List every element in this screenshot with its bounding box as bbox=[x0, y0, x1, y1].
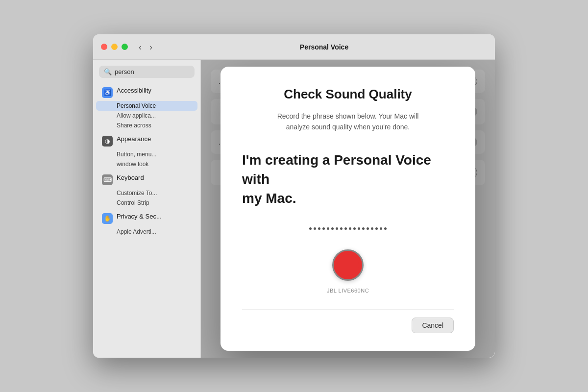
sidebar-sub-item-allow-apps[interactable]: Allow applica... bbox=[96, 111, 197, 121]
sidebar-sub-item-button-menu[interactable]: Button, menu... bbox=[96, 149, 197, 159]
forward-button[interactable]: › bbox=[147, 42, 155, 52]
audio-dot bbox=[344, 227, 347, 230]
audio-dot bbox=[375, 227, 378, 230]
cancel-button[interactable]: Cancel bbox=[412, 318, 454, 333]
appearance-icon: ◑ bbox=[102, 136, 113, 147]
sidebar-item-accessibility[interactable]: ♿ Accessibility bbox=[96, 84, 197, 101]
modal-overlay: Check Sound Quality Record the phrase sh… bbox=[201, 60, 495, 358]
audio-dot bbox=[309, 227, 312, 230]
audio-dot bbox=[331, 227, 334, 230]
audio-dots bbox=[242, 227, 454, 230]
keyboard-label: Keyboard bbox=[117, 174, 144, 181]
appearance-label: Appearance bbox=[117, 135, 151, 143]
appearance-sub-items: Button, menu... window look bbox=[93, 149, 200, 169]
sidebar-sub-item-customize[interactable]: Customize To... bbox=[96, 188, 197, 198]
record-button-inner bbox=[337, 254, 359, 276]
minimize-button[interactable] bbox=[111, 44, 118, 50]
keyboard-sub-items: Customize To... Control Strip bbox=[93, 188, 200, 208]
sidebar: 🔍 ♿ Accessibility Personal Voice Allow a… bbox=[93, 60, 201, 358]
dialog-title: Check Sound Quality bbox=[242, 86, 454, 103]
sidebar-section-privacy: ✋ Privacy & Sec... Apple Adverti... bbox=[93, 210, 200, 237]
audio-dot bbox=[362, 227, 365, 230]
dialog-phrase: I'm creating a Personal Voice withmy Mac… bbox=[242, 150, 454, 208]
keyboard-icon: ⌨ bbox=[102, 174, 113, 185]
sidebar-section-keyboard: ⌨ Keyboard Customize To... Control Strip bbox=[93, 171, 200, 208]
back-button[interactable]: ‹ bbox=[136, 42, 145, 52]
privacy-icon: ✋ bbox=[102, 213, 113, 224]
sidebar-section-accessibility: ♿ Accessibility Personal Voice Allow app… bbox=[93, 84, 200, 130]
audio-dot bbox=[367, 227, 369, 230]
accessibility-label: Accessibility bbox=[117, 87, 151, 94]
sidebar-sub-item-share[interactable]: Share across bbox=[96, 121, 197, 130]
privacy-label: Privacy & Sec... bbox=[117, 213, 162, 220]
audio-dot bbox=[371, 227, 373, 230]
sidebar-section-appearance: ◑ Appearance Button, menu... window look bbox=[93, 132, 200, 169]
sidebar-sub-item-control-strip[interactable]: Control Strip bbox=[96, 198, 197, 208]
accessibility-icon: ♿ bbox=[102, 87, 113, 98]
macos-window: ‹ › Personal Voice 🔍 ♿ Accessibility bbox=[93, 34, 495, 358]
audio-dot bbox=[349, 227, 351, 230]
sidebar-item-privacy[interactable]: ✋ Privacy & Sec... bbox=[96, 210, 197, 227]
title-bar: ‹ › Personal Voice bbox=[93, 34, 495, 60]
sidebar-sub-item-personal-voice[interactable]: Personal Voice bbox=[96, 101, 197, 111]
sidebar-sub-item-apple-advert[interactable]: Apple Adverti... bbox=[96, 227, 197, 237]
dialog-footer: Cancel bbox=[242, 309, 454, 333]
audio-dot bbox=[358, 227, 360, 230]
search-input[interactable] bbox=[115, 68, 190, 75]
nav-buttons: ‹ › bbox=[136, 42, 155, 52]
audio-dot bbox=[336, 227, 338, 230]
accessibility-sub-items: Personal Voice Allow applica... Share ac… bbox=[93, 101, 200, 130]
window-title: Personal Voice bbox=[161, 43, 487, 51]
traffic-lights bbox=[101, 44, 128, 50]
maximize-button[interactable] bbox=[122, 44, 128, 50]
audio-dot bbox=[384, 227, 387, 230]
privacy-sub-items: Apple Adverti... bbox=[93, 227, 200, 237]
sidebar-sub-item-window-look[interactable]: window look bbox=[96, 159, 197, 169]
device-label: JBL LIVE660NC bbox=[327, 288, 369, 294]
main-content: ...nd make a i Personal Voice ...through… bbox=[201, 60, 495, 358]
window-body: 🔍 ♿ Accessibility Personal Voice Allow a… bbox=[93, 60, 495, 358]
audio-dot bbox=[314, 227, 316, 230]
audio-dot bbox=[340, 227, 343, 230]
audio-dot bbox=[327, 227, 329, 230]
search-bar[interactable]: 🔍 bbox=[99, 66, 195, 78]
audio-dot bbox=[353, 227, 356, 230]
search-icon: 🔍 bbox=[104, 68, 112, 75]
audio-dot bbox=[322, 227, 325, 230]
record-section: JBL LIVE660NC bbox=[242, 249, 454, 299]
record-button[interactable] bbox=[332, 249, 364, 281]
audio-dot bbox=[380, 227, 382, 230]
dialog-subtitle: Record the phrase shown below. Your Mac … bbox=[242, 111, 454, 133]
close-button[interactable] bbox=[101, 44, 107, 50]
sidebar-item-keyboard[interactable]: ⌨ Keyboard bbox=[96, 171, 197, 188]
check-sound-quality-dialog: Check Sound Quality Record the phrase sh… bbox=[220, 67, 475, 351]
sidebar-item-appearance[interactable]: ◑ Appearance bbox=[96, 132, 197, 149]
audio-dot bbox=[318, 227, 320, 230]
